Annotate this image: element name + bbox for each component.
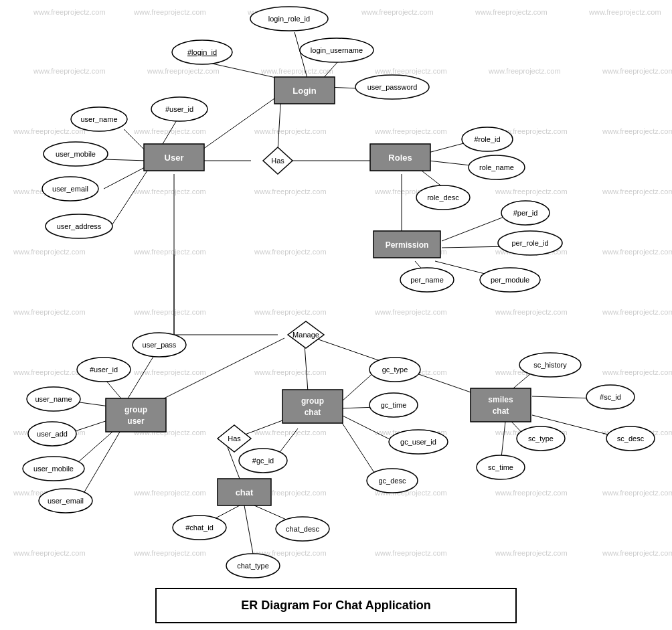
has1-diamond-label: Has [271, 157, 284, 165]
login-entity-label: Login [292, 86, 316, 96]
attr-login-username: login_username [311, 46, 363, 54]
svg-rect-52 [282, 390, 343, 423]
svg-line-10 [112, 171, 147, 224]
svg-line-4 [201, 94, 281, 151]
svg-line-19 [442, 246, 509, 248]
roles-entity-label: Roles [388, 153, 412, 163]
attr-user-address: user_address [57, 222, 102, 230]
user-entity-label: User [165, 153, 184, 163]
attr-gc-time: gc_time [381, 401, 407, 409]
smiles-chat-entity-label2: chat [493, 406, 509, 416]
svg-line-18 [442, 216, 507, 241]
group-user-entity-label: group [124, 405, 147, 414]
chat-entity-label: chat [236, 487, 254, 497]
attr-user-mobile: user_mobile [56, 150, 96, 158]
attr-user-pass: user_pass [143, 341, 177, 349]
attr-per-role-id: per_role_id [511, 239, 548, 247]
svg-line-39 [341, 422, 378, 479]
group-chat-entity-label2: chat [305, 408, 321, 417]
svg-line-6 [161, 119, 177, 147]
attr-gc-type: gc_type [382, 366, 408, 374]
group-chat-entity-label: group [301, 396, 324, 406]
attr-gc-id: #gc_id [252, 457, 274, 465]
attr-per-name: per_name [410, 276, 444, 284]
has2-diamond-label: Has [228, 435, 241, 443]
attr-per-module: per_module [491, 276, 529, 284]
attr-user-id-bot: #user_id [90, 366, 118, 374]
svg-rect-53 [471, 388, 531, 422]
attr-user-email: user_email [52, 185, 88, 193]
attr-login-id: #login_id [187, 48, 217, 56]
manage-diamond-label: Manage [292, 331, 319, 339]
svg-line-32 [80, 425, 124, 499]
attr-per-id: #per_id [513, 209, 538, 217]
attr-login-role-id: login_role_id [268, 15, 310, 23]
attr-chat-type: chat_type [237, 562, 269, 570]
svg-line-24 [305, 345, 308, 392]
attr-gc-user-id: gc_user_id [400, 438, 436, 446]
svg-rect-55 [106, 398, 166, 432]
attr-sc-history: sc_history [533, 361, 567, 369]
er-diagram: Login User Roles Permission group chat s… [0, 0, 672, 630]
diagram-title: ER Diagram For Chat Application [155, 588, 517, 623]
attr-user-add: user_add [37, 430, 68, 438]
svg-line-8 [104, 159, 147, 161]
attr-user-email-bot: user_email [48, 497, 84, 505]
attr-user-password: user_password [367, 83, 418, 91]
attr-sc-type: sc_type [528, 435, 554, 443]
group-user-entity-label2: user [127, 416, 145, 426]
svg-line-38 [341, 415, 395, 442]
attr-role-id: #role_id [474, 135, 500, 143]
attr-user-mobile-bot: user_mobile [33, 465, 74, 473]
svg-line-41 [532, 396, 592, 398]
permission-entity-label: Permission [386, 240, 429, 250]
attr-user-id-top: #user_id [165, 105, 193, 113]
svg-line-9 [104, 166, 147, 189]
smiles-chat-entity-label: smiles [488, 395, 513, 404]
attr-user-name-top: user_name [80, 115, 117, 123]
attr-sc-desc: sc_desc [617, 435, 645, 443]
svg-line-47 [244, 505, 254, 561]
attr-sc-id: #sc_id [600, 393, 621, 401]
attr-chat-id: #chat_id [185, 524, 214, 532]
attr-chat-desc: chat_desc [286, 525, 320, 533]
attr-sc-time: sc_time [488, 463, 513, 471]
svg-line-36 [341, 372, 375, 402]
attr-role-desc: role_desc [427, 193, 459, 202]
attr-role-name: role_name [479, 163, 514, 171]
attr-user-name-bot: user_name [35, 395, 72, 403]
attr-gc-desc: gc_desc [379, 477, 406, 485]
